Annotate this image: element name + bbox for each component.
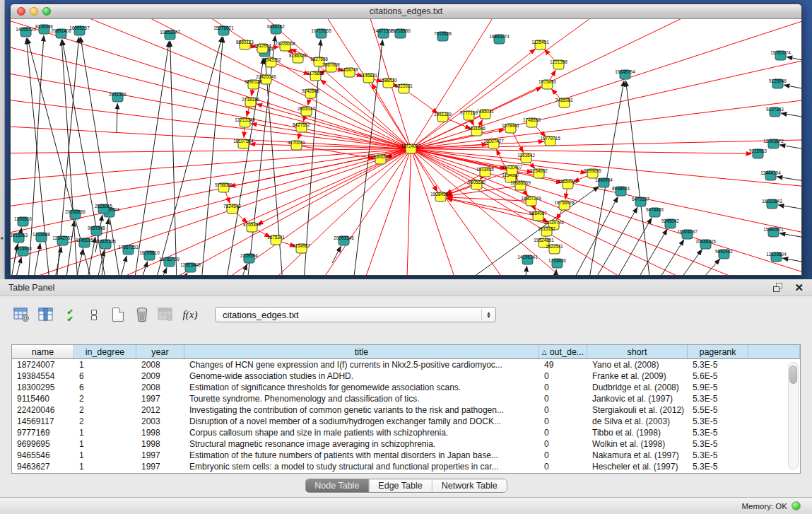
new-table-button[interactable] [107,305,129,325]
cell-out_de[interactable]: 0 [539,450,587,460]
cell-in_degree[interactable]: 6 [74,371,136,381]
cell-pagerank[interactable]: 5.3E-5 [688,360,748,370]
cell-year[interactable]: 2008 [136,382,184,392]
cell-pagerank[interactable]: 5.3E-5 [688,462,748,472]
cell-title[interactable]: Estimation of the future numbers of pati… [184,450,539,460]
column-header-title[interactable]: title [184,345,539,358]
tab-node-table[interactable]: Node Table [305,479,368,492]
table-row[interactable]: 1872400712008Changes of HCN gene express… [12,359,800,370]
cell-title[interactable]: Structural magnetic resonance image aver… [184,439,539,449]
table-row[interactable]: 1938455462009Genome-wide association stu… [12,370,800,382]
close-panel-icon[interactable]: ✕ [794,283,804,293]
cell-pagerank[interactable]: 5.6E-5 [688,371,748,381]
table-row[interactable]: 946554611997Estimation of the future num… [12,450,800,461]
cell-short[interactable]: Nakamura et al. (1997) [587,450,688,460]
table-row[interactable]: 911546021997Tourette syndrome. Phenomeno… [12,393,800,404]
cell-name[interactable]: 9699695 [12,439,74,449]
cell-in_degree[interactable]: 1 [74,439,136,449]
cell-pagerank[interactable]: 5.3E-5 [688,394,748,404]
cell-year[interactable]: 1997 [136,450,184,460]
delete-table-button[interactable] [131,305,153,325]
cell-in_degree[interactable]: 2 [74,416,136,426]
cell-in_degree[interactable]: 6 [74,382,136,392]
cell-pagerank[interactable]: 5.9E-5 [688,382,748,392]
cell-name[interactable]: 9115460 [12,394,74,404]
cell-out_de[interactable]: 0 [539,382,587,392]
scrollbar-thumb[interactable] [789,366,797,384]
select-column-button[interactable] [35,305,57,325]
cell-year[interactable]: 2009 [136,371,184,381]
cell-title[interactable]: Investigating the contribution of common… [184,405,539,415]
cell-in_degree[interactable]: 2 [74,394,136,404]
cell-title[interactable]: Estimation of significance thresholds fo… [184,382,539,392]
cell-pagerank[interactable]: 5.3E-5 [688,439,748,449]
cell-name[interactable]: 9777169 [12,428,74,438]
cell-in_degree[interactable]: 1 [74,360,136,370]
table-settings-button[interactable] [11,305,33,325]
cell-title[interactable]: Changes of HCN gene expression and I(f) … [184,360,539,370]
cell-in_degree[interactable]: 1 [74,462,136,472]
select-all-button[interactable]: ✔✔ [59,305,81,325]
cell-out_de[interactable]: 0 [539,394,587,404]
cell-year[interactable]: 2008 [136,360,184,370]
column-header-out_de[interactable]: △out_de... [539,345,587,358]
cell-name[interactable]: 14569117 [12,416,74,426]
left-collapse-strip[interactable]: ◂ [0,0,5,279]
cell-name[interactable]: 9465546 [12,450,74,460]
cell-short[interactable]: Dudbridge et al. (2008) [587,382,688,392]
table-row[interactable]: 969969511998Structural magnetic resonanc… [12,438,800,450]
window-titlebar[interactable]: citations_edges.txt [11,4,801,19]
table-row[interactable]: 1830029562008Estimation of significance … [12,382,800,393]
cell-short[interactable]: Wolkin et al. (1998) [587,439,688,449]
cell-out_de[interactable]: 49 [539,360,587,370]
cell-out_de[interactable]: 0 [539,462,587,472]
cell-pagerank[interactable]: 5.3E-5 [688,428,748,438]
cell-short[interactable]: de Silva et al. (2003) [587,416,688,426]
cell-short[interactable]: Jankovic et al. (1997) [587,394,688,404]
cell-short[interactable]: Hescheler et al. (1997) [587,462,688,472]
cell-pagerank[interactable]: 5.5E-5 [688,405,748,415]
collapse-arrow-icon[interactable]: ◂ [0,235,3,241]
cell-name[interactable]: 22420046 [12,405,74,415]
cell-in_degree[interactable]: 1 [74,450,136,460]
table-vertical-scrollbar[interactable] [788,362,799,469]
cell-short[interactable]: Franke et al. (2009) [587,371,688,381]
table-row[interactable]: 977716911998Corpus callosum shape and si… [12,427,800,438]
cell-short[interactable]: Tibbo et al. (1998) [587,428,688,438]
cell-out_de[interactable]: 0 [539,439,587,449]
cell-out_de[interactable]: 0 [539,416,587,426]
cell-short[interactable]: Yano et al. (2008) [587,360,688,370]
cell-title[interactable]: Disruption of a novel member of a sodium… [184,416,539,426]
cell-short[interactable]: Stergiakouli et al. (2012) [587,405,688,415]
cell-year[interactable]: 1997 [136,462,184,472]
network-canvas[interactable]: 1405572481393062089140616055257106532471… [11,19,801,275]
float-panel-icon[interactable] [773,283,784,293]
cell-name[interactable]: 9463627 [12,462,74,472]
cell-name[interactable]: 18300295 [12,382,74,392]
cell-name[interactable]: 18724007 [12,360,74,370]
toggle-rows-button[interactable] [83,305,105,325]
cell-title[interactable]: Tourette syndrome. Phenomenology and cla… [184,394,539,404]
table-select-dropdown[interactable]: citations_edges.txt ▲▼ [215,307,496,322]
cell-out_de[interactable]: 0 [539,428,587,438]
cell-in_degree[interactable]: 1 [74,428,136,438]
table-row[interactable]: 2242004622012Investigating the contribut… [12,404,800,416]
column-header-in_degree[interactable]: in_degree [74,345,136,358]
cell-title[interactable]: Genome-wide association studies in ADHD. [184,371,539,381]
cell-title[interactable]: Embryonic stem cells: a model to study s… [184,462,539,472]
cell-year[interactable]: 2003 [136,416,184,426]
cell-out_de[interactable]: 0 [539,371,587,381]
cell-year[interactable]: 1998 [136,428,184,438]
column-header-name[interactable]: name [12,345,74,358]
table-row[interactable]: 1456911722003Disruption of a novel membe… [12,416,800,427]
cell-in_degree[interactable]: 2 [74,405,136,415]
cell-name[interactable]: 19384554 [12,371,74,381]
column-header-year[interactable]: year [136,345,184,358]
tab-network-table[interactable]: Network Table [432,479,507,492]
function-builder-button[interactable]: f(x) [180,305,201,325]
table-row[interactable]: 946362711997Embryonic stem cells: a mode… [12,461,800,472]
cell-title[interactable]: Corpus callosum shape and size in male p… [184,428,539,438]
cell-year[interactable]: 1997 [136,394,184,404]
network-view-window[interactable]: citations_edges.txt 14055724813930620891… [10,4,802,276]
column-header-pagerank[interactable]: pagerank [688,345,748,358]
